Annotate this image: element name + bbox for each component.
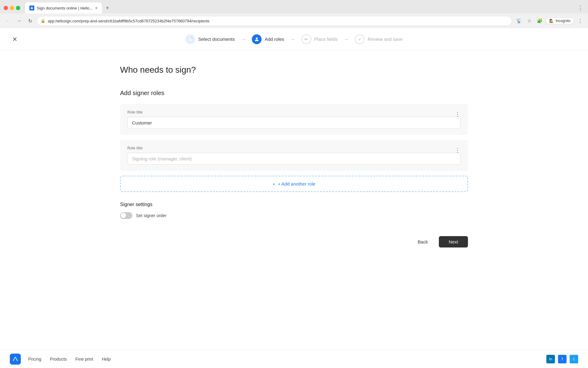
forward-nav-button[interactable]: →	[15, 17, 23, 25]
footer-logo	[10, 354, 21, 365]
reload-button[interactable]: ↻	[26, 17, 34, 25]
tab-favicon	[29, 6, 34, 10]
footer-links: Pricing Products Fine print Help	[28, 357, 111, 362]
page-title: Who needs to sign?	[120, 65, 468, 75]
app-container: ✕ 📄 Select documents → Add roles →	[0, 28, 588, 368]
active-tab[interactable]: Sign documents online | Hello... ×	[25, 2, 102, 13]
linkedin-icon[interactable]: in	[546, 355, 555, 363]
role-menu-button-1[interactable]: ⋮	[453, 110, 462, 119]
incognito-label: Incognito	[556, 19, 571, 23]
footer-link-help[interactable]: Help	[102, 357, 111, 362]
role-input-2[interactable]	[127, 153, 461, 165]
minimize-traffic-light[interactable]	[10, 6, 14, 10]
extensions-icon[interactable]: 🧩	[535, 17, 544, 25]
footer-link-products[interactable]: Products	[50, 357, 67, 362]
action-bar: Back Next	[120, 229, 468, 255]
step-add-roles[interactable]: Add roles	[247, 34, 289, 44]
lock-icon: 🔒	[41, 19, 45, 23]
step-review-label: Review and save	[368, 36, 403, 42]
pencil-icon: ✏	[304, 37, 308, 42]
steps-navigation: 📄 Select documents → Add roles → ✏ Place…	[180, 34, 408, 44]
main-content: Who needs to sign? Add signer roles Role…	[110, 50, 478, 350]
step-select-documents[interactable]: 📄 Select documents	[180, 34, 239, 44]
step-review-icon: ✓	[355, 34, 365, 44]
new-tab-button[interactable]: +	[103, 4, 112, 12]
signer-order-label: Set signer order	[136, 213, 167, 218]
add-role-label: + Add another role	[278, 181, 315, 186]
add-another-role-button[interactable]: + + Add another role	[120, 176, 468, 192]
address-bar[interactable]: 🔒 app.hellosign.com/prep-and-send/c61baf…	[37, 16, 512, 26]
signer-order-row: Set signer order	[120, 212, 468, 219]
role-label-2: Role title	[127, 146, 461, 150]
signer-settings-title: Signer settings	[120, 202, 468, 207]
step-arrow-1: →	[241, 36, 246, 42]
maximize-traffic-light[interactable]	[16, 6, 20, 10]
section-title: Add signer roles	[120, 90, 468, 97]
check-icon: ✓	[358, 37, 362, 42]
twitter-icon[interactable]: t	[570, 355, 578, 363]
toggle-thumb	[121, 213, 126, 218]
step-place-fields[interactable]: ✏ Place fields	[296, 34, 343, 44]
next-button[interactable]: Next	[439, 236, 468, 247]
tab-title: Sign documents online | Hello...	[37, 6, 93, 10]
tab-bar: Sign documents online | Hello... × + ⋮	[0, 0, 588, 13]
close-traffic-light[interactable]	[4, 6, 8, 10]
signer-order-toggle[interactable]	[120, 212, 132, 219]
step-select-documents-icon: 📄	[185, 34, 195, 44]
step-place-fields-label: Place fields	[314, 36, 338, 42]
back-button[interactable]: Back	[410, 236, 435, 247]
close-button[interactable]: ✕	[10, 34, 20, 44]
role-card-1: Role title ⋮	[120, 104, 468, 135]
role-menu-button-2[interactable]: ⋮	[453, 146, 462, 155]
footer-link-pricing[interactable]: Pricing	[28, 357, 41, 362]
role-label-1: Role title	[127, 110, 461, 114]
role-input-1[interactable]	[127, 117, 461, 129]
top-nav: ✕ 📄 Select documents → Add roles →	[0, 28, 588, 50]
signer-settings: Signer settings Set signer order	[120, 202, 468, 219]
step-review-and-save[interactable]: ✓ Review and save	[350, 34, 408, 44]
cast-icon[interactable]: 📡	[514, 17, 523, 25]
plus-icon: +	[273, 181, 275, 186]
incognito-icon: 🕵	[549, 19, 554, 23]
back-nav-button[interactable]: ←	[4, 17, 12, 25]
footer: Pricing Products Fine print Help in f t	[0, 350, 588, 368]
incognito-button[interactable]: 🕵 Incognito	[546, 17, 574, 24]
step-arrow-3: →	[344, 36, 349, 42]
tab-close-button[interactable]: ×	[95, 6, 98, 10]
footer-link-finepint[interactable]: Fine print	[75, 357, 93, 362]
browser-toolbar: ← → ↻ 🔒 app.hellosign.com/prep-and-send/…	[0, 13, 588, 28]
url-display: app.hellosign.com/prep-and-send/c61bafdf…	[48, 19, 508, 23]
more-tabs-button[interactable]: ⋮	[576, 3, 584, 13]
svg-point-0	[256, 37, 258, 39]
browser-chrome: Sign documents online | Hello... × + ⋮ ←…	[0, 0, 588, 28]
bookmark-icon[interactable]: ☆	[525, 17, 533, 25]
menu-button[interactable]: ⋮	[576, 17, 584, 25]
role-card-2: Role title ⋮	[120, 140, 468, 171]
step-add-roles-icon	[252, 34, 262, 44]
step-add-roles-label: Add roles	[265, 36, 284, 42]
step-select-documents-label: Select documents	[198, 36, 235, 42]
facebook-icon[interactable]: f	[558, 355, 567, 363]
traffic-lights	[4, 6, 20, 10]
document-icon: 📄	[188, 37, 193, 42]
step-arrow-2: →	[290, 36, 295, 42]
step-place-fields-icon: ✏	[301, 34, 311, 44]
toolbar-icons: 📡 ☆ 🧩 🕵 Incognito ⋮	[514, 17, 584, 25]
footer-social: in f t	[546, 355, 578, 363]
